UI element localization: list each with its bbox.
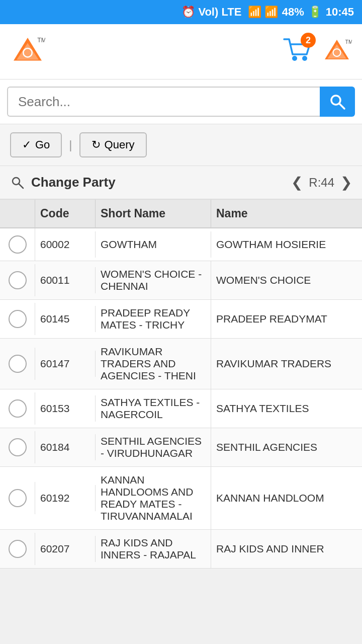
go-button[interactable]: ✓ Go bbox=[10, 132, 62, 157]
query-button[interactable]: ↻ Query bbox=[79, 132, 147, 157]
header-right: 2 TM bbox=[282, 37, 352, 67]
search-party-icon bbox=[10, 175, 25, 190]
svg-line-11 bbox=[339, 104, 344, 109]
radio-input-1[interactable] bbox=[9, 271, 27, 289]
cart-badge: 2 bbox=[301, 33, 316, 48]
cell-shortname-5: SENTHIL AGENCIES - VIRUDHUNAGAR bbox=[96, 428, 211, 466]
radio-cell-3[interactable] bbox=[0, 348, 35, 380]
radio-cell-1[interactable] bbox=[0, 264, 35, 296]
col-header-radio bbox=[0, 200, 35, 227]
table-row: 60207 RAJ KIDS AND INNERS - RAJAPAL RAJ … bbox=[0, 530, 362, 569]
radio-input-0[interactable] bbox=[9, 235, 27, 254]
cell-code-5: 60184 bbox=[35, 434, 96, 460]
search-input[interactable] bbox=[7, 87, 320, 117]
record-count: R:44 bbox=[309, 176, 334, 190]
cell-shortname-6: KANNAN HANDLOOMS AND READY MATES - TIRUV… bbox=[96, 467, 211, 529]
cart-button[interactable]: 2 bbox=[282, 37, 312, 66]
logo-left-icon: TM bbox=[10, 34, 45, 69]
party-header: Change Party ❮ R:44 ❯ bbox=[0, 166, 362, 200]
table-row: 60153 SATHYA TEXTILES - NAGERCOIL SATHYA… bbox=[0, 389, 362, 428]
table-row: 60145 PRADEEP READY MATES - TRICHY PRADE… bbox=[0, 300, 362, 339]
header: TM 2 TM bbox=[0, 24, 362, 79]
cell-code-1: 60011 bbox=[35, 267, 96, 293]
logo-left: TM bbox=[10, 34, 45, 69]
cell-code-2: 60145 bbox=[35, 306, 96, 332]
radio-cell-2[interactable] bbox=[0, 303, 35, 335]
radio-input-6[interactable] bbox=[9, 489, 27, 507]
cell-name-0: GOWTHAM HOSIERIE bbox=[211, 231, 362, 258]
cell-shortname-1: WOMEN'S CHOICE - CHENNAI bbox=[96, 261, 211, 299]
radio-cell-0[interactable] bbox=[0, 228, 35, 261]
table-row: 60011 WOMEN'S CHOICE - CHENNAI WOMEN'S C… bbox=[0, 261, 362, 300]
table-row: 60192 KANNAN HANDLOOMS AND READY MATES -… bbox=[0, 467, 362, 530]
logo-right-icon: TM bbox=[322, 37, 352, 67]
cell-code-3: 60147 bbox=[35, 351, 96, 377]
cell-shortname-7: RAJ KIDS AND INNERS - RAJAPAL bbox=[96, 530, 211, 568]
col-header-code: Code bbox=[35, 200, 96, 227]
change-party-title: Change Party bbox=[31, 175, 116, 190]
cell-shortname-0: GOWTHAM bbox=[96, 231, 211, 258]
cell-name-5: SENTHIL AGENCIES bbox=[211, 434, 362, 460]
party-nav: ❮ R:44 ❯ bbox=[291, 174, 352, 191]
cell-name-6: KANNAN HANDLOOM bbox=[211, 485, 362, 511]
checkmark-icon: ✓ bbox=[22, 138, 31, 151]
radio-input-5[interactable] bbox=[9, 438, 27, 456]
go-label: Go bbox=[35, 138, 50, 151]
status-bar: ⏰ Vol) LTE 📶 📶 48% 🔋 10:45 bbox=[0, 0, 362, 24]
time: 10:45 bbox=[326, 6, 354, 19]
cell-name-1: WOMEN'S CHOICE bbox=[211, 267, 362, 293]
svg-text:TM: TM bbox=[345, 38, 352, 44]
next-arrow[interactable]: ❯ bbox=[340, 174, 352, 191]
radio-input-3[interactable] bbox=[9, 355, 27, 373]
table-row: 60002 GOWTHAM GOWTHAM HOSIERIE bbox=[0, 228, 362, 261]
party-title-group: Change Party bbox=[10, 175, 116, 190]
cell-name-2: PRADEEP READYMAT bbox=[211, 306, 362, 332]
cell-shortname-3: RAVIKUMAR TRADERS AND AGENCIES - THENI bbox=[96, 339, 211, 389]
table-body: 60002 GOWTHAM GOWTHAM HOSIERIE 60011 WOM… bbox=[0, 228, 362, 569]
query-label: Query bbox=[105, 138, 135, 151]
cell-shortname-4: SATHYA TEXTILES - NAGERCOIL bbox=[96, 389, 211, 428]
table-row: 60147 RAVIKUMAR TRADERS AND AGENCIES - T… bbox=[0, 339, 362, 389]
cell-code-6: 60192 bbox=[35, 485, 96, 511]
radio-cell-6[interactable] bbox=[0, 482, 35, 514]
svg-point-5 bbox=[302, 56, 307, 61]
radio-input-7[interactable] bbox=[9, 540, 27, 558]
cell-code-7: 60207 bbox=[35, 536, 96, 562]
battery-icon: 🔋 bbox=[308, 6, 322, 19]
radio-input-2[interactable] bbox=[9, 310, 27, 328]
radio-cell-5[interactable] bbox=[0, 431, 35, 463]
radio-cell-7[interactable] bbox=[0, 533, 35, 565]
cell-shortname-2: PRADEEP READY MATES - TRICHY bbox=[96, 300, 211, 338]
table-row: 60184 SENTHIL AGENCIES - VIRUDHUNAGAR SE… bbox=[0, 428, 362, 467]
cell-name-7: RAJ KIDS AND INNER bbox=[211, 536, 362, 562]
cell-name-3: RAVIKUMAR TRADERS bbox=[211, 351, 362, 377]
cell-code-0: 60002 bbox=[35, 231, 96, 258]
separator: | bbox=[69, 138, 72, 152]
search-bar bbox=[0, 79, 362, 124]
search-button[interactable] bbox=[320, 87, 355, 117]
svg-point-4 bbox=[292, 56, 297, 61]
party-table: Code Short Name Name 60002 GOWTHAM GOWTH… bbox=[0, 200, 362, 569]
prev-arrow[interactable]: ❮ bbox=[291, 174, 303, 191]
cell-code-4: 60153 bbox=[35, 395, 96, 422]
cell-name-4: SATHYA TEXTILES bbox=[211, 395, 362, 422]
table-header: Code Short Name Name bbox=[0, 200, 362, 228]
status-icons: ⏰ Vol) LTE 📶 📶 bbox=[182, 6, 278, 19]
radio-input-4[interactable] bbox=[9, 399, 27, 418]
svg-text:TM: TM bbox=[37, 36, 45, 43]
toolbar: ✓ Go | ↻ Query bbox=[0, 124, 362, 166]
svg-line-13 bbox=[19, 184, 23, 188]
col-header-name: Name bbox=[211, 200, 362, 227]
refresh-icon: ↻ bbox=[92, 138, 101, 151]
search-icon bbox=[329, 93, 346, 110]
col-header-shortname: Short Name bbox=[96, 200, 211, 227]
battery-level: 48% bbox=[282, 6, 304, 19]
radio-cell-4[interactable] bbox=[0, 392, 35, 425]
